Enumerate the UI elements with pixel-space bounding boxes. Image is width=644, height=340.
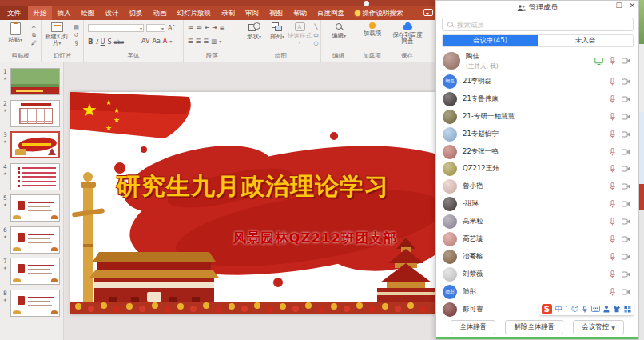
- camera-off-icon[interactable]: [622, 270, 630, 278]
- slides-small-buttons[interactable]: ▤ ↺ §: [72, 24, 81, 46]
- voice-input-icon[interactable]: [582, 305, 588, 314]
- mic-muted-icon[interactable]: [609, 252, 616, 261]
- addins-button[interactable]: 加载项: [359, 22, 386, 37]
- tab-百度网盘[interactable]: 百度网盘: [312, 6, 350, 20]
- quick-styles-button[interactable]: A 快速样式▾: [288, 22, 312, 46]
- save-baidu-button[interactable]: 保存到百度网盘: [392, 22, 423, 45]
- slide-thumbnail-7[interactable]: [10, 258, 60, 285]
- close-button[interactable]: ✕: [629, 2, 635, 10]
- paste-button[interactable]: 粘贴▾: [2, 22, 29, 43]
- camera-off-icon[interactable]: [622, 148, 630, 155]
- member-row[interactable]: 21专赵怡宁: [436, 126, 638, 143]
- toolbox-icon[interactable]: [624, 306, 631, 313]
- member-status-icons[interactable]: [609, 200, 630, 209]
- member-status-icons[interactable]: [609, 112, 630, 121]
- member-row[interactable]: QZ212王炜: [436, 160, 638, 178]
- comments-icon[interactable]: [423, 9, 433, 16]
- member-status-icons[interactable]: [609, 252, 630, 261]
- unmute-all-button[interactable]: 解除全体静音: [505, 320, 563, 334]
- align-buttons[interactable]: ☰☰☰▥▾: [188, 38, 221, 45]
- tab-视图[interactable]: 视图: [264, 6, 288, 20]
- camera-off-icon[interactable]: [622, 218, 630, 226]
- camera-off-icon[interactable]: [622, 166, 630, 173]
- member-row[interactable]: 随彤随彤: [436, 283, 638, 301]
- tab-开始[interactable]: 开始: [28, 6, 52, 20]
- mic-muted-icon[interactable]: [609, 147, 616, 156]
- tab-动画[interactable]: 动画: [148, 6, 172, 20]
- format-painter-icon[interactable]: 🖉: [30, 40, 38, 46]
- sogou-logo-icon[interactable]: S: [542, 304, 552, 314]
- camera-off-icon[interactable]: [622, 253, 630, 260]
- slide-thumbnail-1[interactable]: [10, 68, 60, 95]
- font-size-box[interactable]: ▾: [146, 24, 165, 32]
- member-status-icons[interactable]: [609, 94, 630, 103]
- tab-帮助[interactable]: 帮助: [288, 6, 312, 20]
- insert-shape-quick[interactable]: ╲ ▭ ○: [312, 24, 320, 46]
- reset-icon[interactable]: ↺: [72, 32, 81, 38]
- camera-off-icon[interactable]: [622, 58, 630, 65]
- tab-录制[interactable]: 录制: [217, 6, 241, 20]
- member-search-box[interactable]: [442, 18, 634, 31]
- member-row[interactable]: 曾小艳: [436, 178, 638, 195]
- camera-off-icon[interactable]: [622, 130, 630, 138]
- slide-thumbnail-3[interactable]: [10, 131, 60, 158]
- editing-button[interactable]: 编辑▾: [325, 22, 352, 39]
- camera-off-icon[interactable]: [622, 235, 630, 242]
- slide-thumbnail-5[interactable]: [10, 194, 60, 222]
- mic-muted-icon[interactable]: [609, 218, 616, 226]
- font-btn-i[interactable]: I: [95, 38, 97, 46]
- chinese-mode-icon[interactable]: 中: [555, 304, 563, 314]
- slide-thumbnail-6[interactable]: [10, 226, 60, 254]
- member-row[interactable]: 21专鲁伟康: [436, 90, 638, 108]
- member-row[interactable]: -甜琳: [436, 195, 638, 213]
- camera-off-icon[interactable]: [622, 78, 630, 85]
- camera-off-icon[interactable]: [622, 288, 630, 295]
- member-status-icons[interactable]: [594, 57, 630, 66]
- mic-muted-icon[interactable]: [609, 234, 616, 243]
- member-status-icons[interactable]: [609, 77, 630, 86]
- font-color-buttons[interactable]: AVAaA▾: [141, 38, 172, 45]
- new-slide-button[interactable]: 新建幻灯片▾: [43, 22, 70, 46]
- member-row[interactable]: 陶佳(主持人, 我): [436, 49, 638, 73]
- shapes-button[interactable]: 形状▾: [243, 22, 265, 40]
- slide-thumbnail-4[interactable]: [10, 163, 60, 190]
- tell-me-search[interactable]: 操作说明搜索: [350, 6, 408, 20]
- mic-muted-icon[interactable]: [609, 77, 616, 86]
- member-status-icons[interactable]: [609, 270, 630, 278]
- tab-审阅[interactable]: 审阅: [241, 6, 264, 20]
- maximize-button[interactable]: ☐: [615, 2, 622, 10]
- mic-muted-icon[interactable]: [609, 165, 616, 174]
- mute-all-button[interactable]: 全体静音: [451, 320, 495, 334]
- punctuation-icon[interactable]: ’: [566, 304, 568, 314]
- tab-切换[interactable]: 切换: [124, 6, 148, 20]
- slide-thumbnail-8[interactable]: [10, 290, 60, 317]
- member-status-icons[interactable]: [609, 234, 630, 243]
- copy-icon[interactable]: ⧉: [30, 32, 38, 38]
- font-btn-u[interactable]: U: [101, 38, 105, 46]
- arrange-button[interactable]: 排列▾: [267, 22, 288, 40]
- meeting-controls-button[interactable]: 会议管控▼: [573, 320, 624, 334]
- camera-off-icon[interactable]: [622, 201, 630, 208]
- member-row[interactable]: 高艺璇: [436, 230, 638, 248]
- camera-off-icon[interactable]: [622, 95, 630, 102]
- font-name-box[interactable]: ▾: [88, 24, 144, 32]
- account-avatar[interactable]: [364, 1, 369, 6]
- cut-icon[interactable]: ✂: [30, 24, 38, 30]
- tab-not-joined[interactable]: 未入会: [538, 35, 633, 46]
- font-btn-s[interactable]: S: [108, 38, 112, 46]
- tab-插入[interactable]: 插入: [52, 6, 76, 20]
- tab-in-meeting[interactable]: 会议中(45): [443, 35, 538, 46]
- mic-muted-icon[interactable]: [609, 182, 616, 191]
- member-row[interactable]: 22专张一鸣: [436, 143, 638, 161]
- member-status-icons[interactable]: [609, 147, 630, 156]
- member-status-icons[interactable]: [609, 287, 630, 296]
- layout-icon[interactable]: ▤: [72, 24, 81, 30]
- font-btn-abc[interactable]: abc: [114, 39, 125, 46]
- slide-canvas[interactable]: ★ ★ ★ ★ ★: [70, 92, 435, 314]
- search-input[interactable]: [457, 21, 629, 29]
- list-buttons[interactable]: ≔≕⇤⇥≣: [188, 24, 225, 31]
- clipboard-small-buttons[interactable]: ✂ ⧉ 🖉: [30, 24, 38, 46]
- mic-muted-icon[interactable]: [609, 94, 616, 103]
- tab-幻灯片放映[interactable]: 幻灯片放映: [172, 6, 217, 20]
- font-btn-b[interactable]: B: [88, 38, 93, 46]
